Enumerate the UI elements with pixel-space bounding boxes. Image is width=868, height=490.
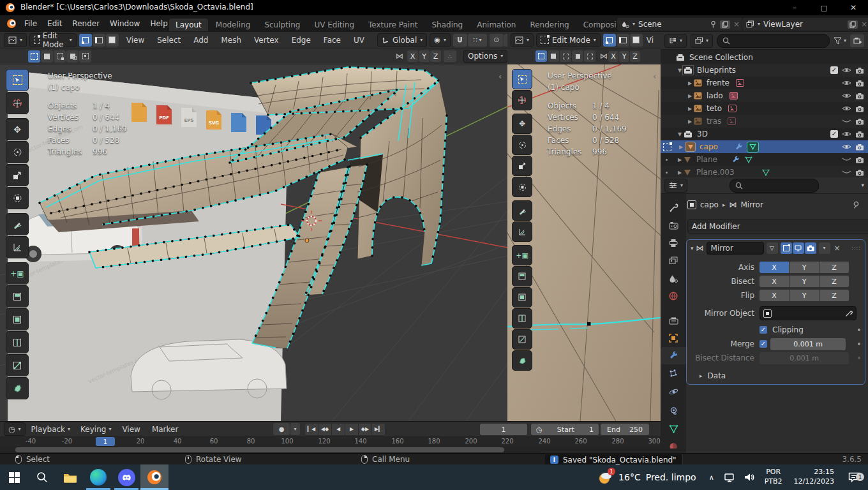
workspace-tab-animation[interactable]: Animation [470, 19, 522, 31]
proportional-edit-button[interactable]: ⊙ [490, 34, 504, 47]
tool-scale[interactable] [6, 164, 29, 186]
taskbar-file-explorer-button[interactable] [56, 464, 84, 490]
tool-bevel[interactable] [6, 308, 29, 330]
edge-select-button[interactable] [617, 34, 629, 47]
animate-dot[interactable] [858, 329, 860, 331]
tab-view-layer[interactable] [669, 252, 678, 270]
caption-minimize-button[interactable]: – [780, 0, 809, 15]
bisect-z-button[interactable]: Z [819, 276, 849, 287]
tool-loop-cut[interactable] [6, 331, 29, 353]
select-mode-subtract-button[interactable] [54, 50, 66, 63]
tool-transform[interactable] [6, 187, 29, 209]
tab-scene[interactable] [669, 270, 678, 288]
eye-open-icon[interactable] [842, 80, 851, 86]
expand-icon[interactable]: ▼ [676, 131, 684, 137]
modifier-on-cage-toggle[interactable] [781, 242, 792, 254]
outliner-filter-type-dropdown[interactable]: ▾ [691, 34, 713, 48]
camera-icon[interactable] [855, 80, 864, 87]
breadcrumb-object[interactable]: capo [700, 200, 719, 209]
mirror-z-button[interactable]: Z [630, 51, 640, 62]
eye-open-icon[interactable] [842, 93, 851, 99]
editor-type-button[interactable]: ▾ [4, 33, 27, 47]
tool-rotate[interactable] [6, 141, 29, 163]
eye-closed-icon[interactable] [842, 157, 851, 163]
properties-search-input[interactable] [730, 179, 819, 193]
menu-window[interactable]: Window [105, 19, 145, 28]
jump-to-start-button[interactable]: ▎◀ [305, 424, 318, 435]
tool-select-box[interactable] [6, 69, 29, 91]
sidebar-toggle-arrow[interactable]: ‹ [498, 71, 502, 81]
outliner-row-lado[interactable]: ▶ lado [661, 89, 868, 102]
workspace-tab-sculpting[interactable]: Sculpting [258, 19, 306, 31]
select-mode-subtract-button[interactable] [560, 50, 571, 62]
tool-move[interactable]: ✥ [512, 114, 532, 134]
tool-extrude-region[interactable]: +▣ [6, 262, 29, 285]
tab-modifiers-active[interactable] [661, 347, 686, 365]
select-mode-intersect-button[interactable] [584, 50, 595, 62]
camera-icon[interactable] [855, 169, 864, 176]
prev-keyframe-button[interactable]: ◀◆ [318, 424, 332, 435]
modifier-extras-dropdown[interactable]: ▾ [819, 242, 830, 254]
merge-threshold-field[interactable]: 0.001 m [770, 338, 846, 350]
menu-render[interactable]: Render [67, 19, 105, 28]
workspace-tab-modeling[interactable]: Modeling [209, 19, 257, 31]
frame-end-field[interactable]: End 250 [601, 424, 649, 435]
caption-close-button[interactable]: ✕ [839, 0, 868, 15]
snap-settings-dropdown[interactable]: ∷▾ [468, 34, 487, 47]
menu-add[interactable]: Add [188, 36, 213, 45]
tab-tool[interactable] [669, 199, 678, 217]
face-select-button[interactable] [106, 34, 119, 47]
outliner-row-3d[interactable]: ▼ 3D ✓ [661, 128, 868, 140]
select-mode-new-button[interactable] [28, 50, 40, 63]
workspace-tab-layout[interactable]: Layout [169, 19, 208, 31]
outliner-row-plane-003[interactable]: ▶ Plane.003 [661, 166, 868, 179]
new-view-layer-icon[interactable] [848, 20, 858, 29]
menu-view-truncated[interactable]: Vi [645, 36, 655, 45]
tool-transform[interactable] [512, 177, 532, 197]
mode-selector[interactable]: Edit Mode ▾ [29, 33, 77, 47]
remove-view-layer-icon[interactable]: × [861, 20, 867, 29]
select-mode-invert-button[interactable] [572, 50, 583, 62]
select-mode-new-button[interactable] [535, 50, 547, 62]
tool-measure[interactable] [6, 236, 29, 258]
tool-inset-faces[interactable] [6, 285, 29, 308]
properties-editor-type-button[interactable]: ▾ [664, 179, 687, 193]
vertex-select-button[interactable] [79, 34, 92, 47]
eye-open-icon[interactable] [842, 131, 851, 137]
tool-cursor[interactable] [6, 92, 29, 114]
play-reverse-button[interactable]: ◀ [332, 424, 345, 435]
expand-icon[interactable]: ▶ [676, 170, 684, 175]
tool-move[interactable]: ✥ [6, 118, 29, 140]
tool-knife[interactable] [512, 329, 532, 350]
tool-inset-faces[interactable] [512, 266, 532, 286]
workspace-tab-texture-paint[interactable]: Texture Paint [362, 19, 424, 31]
tray-clock[interactable]: 23:15 12/12/2023 [788, 468, 841, 487]
timeline-keying-menu[interactable]: Keying▾ [76, 425, 116, 434]
current-frame-field[interactable]: 1 [480, 424, 527, 435]
flip-z-button[interactable]: Z [819, 290, 849, 301]
data-subpanel-header[interactable]: ▸ Data [693, 369, 860, 383]
collection-checkbox[interactable]: ✓ [830, 66, 838, 74]
timeline-ruler[interactable]: -40 -20 20 40 60 80 100 120 140 160 180 … [0, 437, 661, 446]
mirror-y-button[interactable]: Y [419, 50, 430, 62]
expand-icon[interactable]: ▶ [686, 119, 694, 124]
outliner-display-mode-dropdown[interactable]: ▾ [664, 34, 687, 48]
timeline-playback-menu[interactable]: Playback▾ [27, 425, 75, 434]
play-button[interactable]: ▶ [345, 424, 359, 435]
camera-icon[interactable] [855, 131, 864, 138]
camera-icon[interactable] [855, 93, 864, 100]
outliner-row-plane[interactable]: ▶ Plane [661, 153, 868, 166]
auto-keying-button[interactable]: ● [273, 423, 290, 435]
tool-annotate[interactable] [6, 213, 29, 235]
eye-closed-icon[interactable] [842, 170, 851, 175]
camera-icon[interactable] [855, 67, 864, 74]
outliner-filter-dropdown[interactable]: ▾ [834, 37, 846, 45]
tab-object-data[interactable] [669, 420, 678, 438]
view-layer-selector[interactable]: ▾ ViewLayer × [742, 17, 868, 31]
workspace-tab-rendering[interactable]: Rendering [523, 19, 575, 31]
expand-icon[interactable]: ▶ [686, 106, 694, 112]
outliner-row-capo[interactable]: ▶ capo [661, 140, 868, 153]
mirror-axis-z-button[interactable]: Z [819, 262, 849, 273]
flip-x-button[interactable]: X [760, 290, 789, 301]
tab-constraints[interactable] [669, 401, 678, 420]
